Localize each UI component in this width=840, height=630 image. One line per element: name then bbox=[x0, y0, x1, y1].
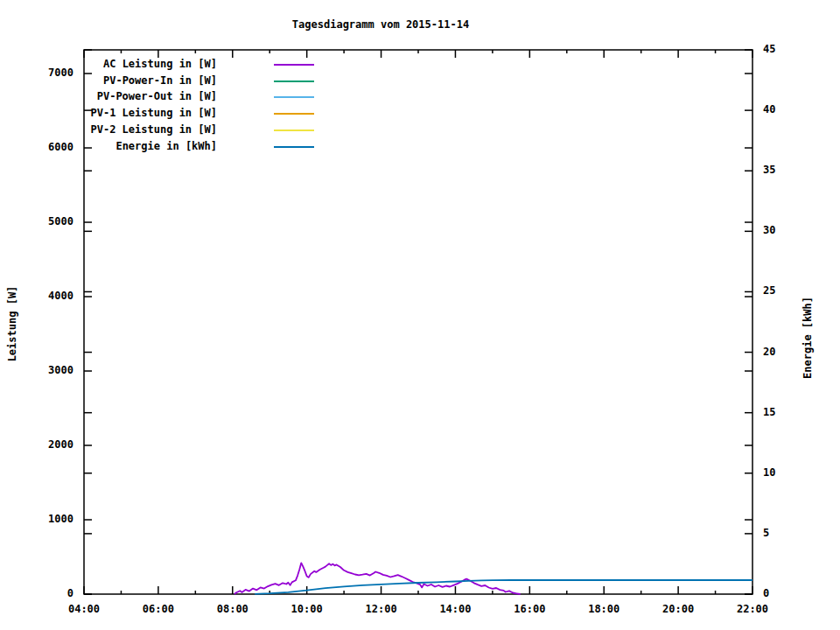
y-right-tick-label: 35 bbox=[763, 164, 775, 176]
x-tick-label: 18:00 bbox=[588, 604, 620, 615]
x-tick-label: 04:00 bbox=[68, 604, 100, 615]
legend-label-pv-power-out-in-w-: PV-Power-Out in [W] bbox=[97, 91, 217, 102]
legend-sample-line bbox=[274, 64, 314, 66]
y-left-tick-label: 7000 bbox=[48, 67, 74, 79]
chart-canvas: Tagesdiagramm vom 2015-11-14 Leistung [W… bbox=[0, 0, 840, 630]
legend-label-pv-power-in-in-w-: PV-Power-In in [W] bbox=[103, 75, 217, 87]
legend-sample-line bbox=[274, 113, 314, 115]
legend-label-energie-in-kwh-: Energie in [kWh] bbox=[116, 141, 217, 152]
y-right-tick-label: 25 bbox=[763, 285, 775, 297]
y-left-tick-label: 2000 bbox=[48, 439, 74, 451]
legend-sample-line bbox=[274, 96, 314, 98]
legend-label-pv-2-leistung-in-w-: PV-2 Leistung in [W] bbox=[91, 124, 218, 136]
y-left-tick-label: 0 bbox=[67, 588, 74, 599]
x-tick-label: 20:00 bbox=[662, 604, 694, 615]
x-tick-label: 16:00 bbox=[514, 604, 545, 615]
legend-label-pv-1-leistung-in-w-: PV-1 Leistung in [W] bbox=[91, 108, 218, 119]
y-right-tick-label: 45 bbox=[763, 44, 775, 55]
y-left-tick-label: 6000 bbox=[48, 142, 74, 153]
y-left-tick-label: 4000 bbox=[48, 290, 74, 302]
x-tick-label: 06:00 bbox=[143, 604, 174, 615]
legend-sample-line bbox=[274, 80, 314, 82]
y-left-tick-label: 1000 bbox=[48, 514, 74, 525]
y-right-tick-label: 0 bbox=[763, 588, 769, 599]
legend-sample-line bbox=[274, 146, 314, 148]
y-right-tick-label: 5 bbox=[763, 528, 769, 539]
y-right-tick-label: 30 bbox=[763, 225, 775, 236]
x-tick-label: 22:00 bbox=[737, 604, 768, 615]
x-tick-label: 14:00 bbox=[439, 604, 471, 615]
x-tick-label: 10:00 bbox=[291, 604, 323, 615]
y-right-tick-label: 15 bbox=[763, 407, 775, 418]
series-line-ac-leistung-in-w- bbox=[234, 563, 521, 594]
x-tick-label: 08:00 bbox=[217, 604, 248, 615]
y-right-tick-label: 10 bbox=[763, 467, 775, 479]
y-left-tick-label: 5000 bbox=[48, 216, 74, 228]
x-tick-label: 12:00 bbox=[365, 604, 396, 615]
y-right-tick-label: 40 bbox=[763, 104, 775, 116]
legend-label-ac-leistung-in-w-: AC Leistung in [W] bbox=[103, 59, 217, 70]
legend-sample-line bbox=[274, 130, 314, 131]
y-right-tick-label: 20 bbox=[763, 346, 775, 358]
y-left-tick-label: 3000 bbox=[48, 365, 74, 376]
